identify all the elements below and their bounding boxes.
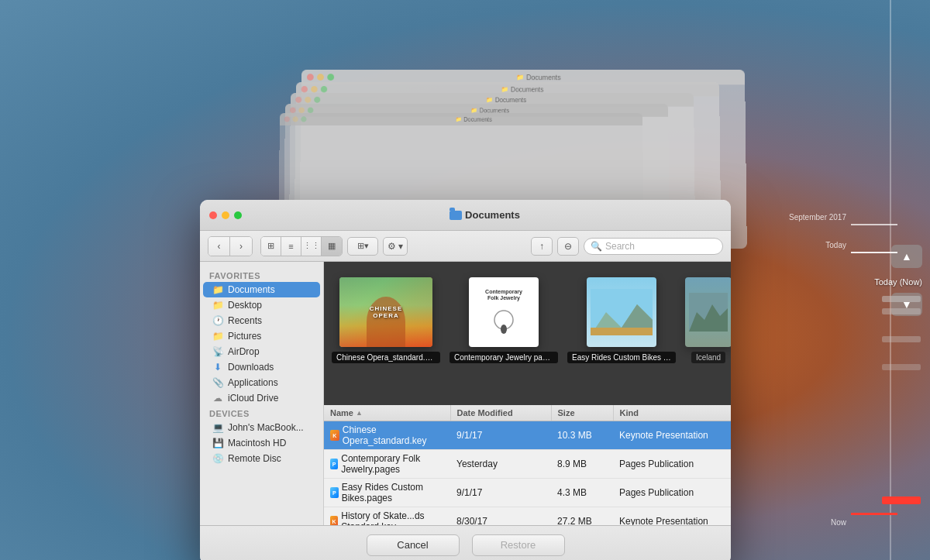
file-size: 27.2 MB bbox=[551, 513, 613, 525]
file-date: 8/30/17 bbox=[450, 513, 551, 525]
file-kind: Keynote Presentation bbox=[613, 513, 731, 525]
file-list-body: K Chinese Opera_standard.key 9/1/17 10.3… bbox=[324, 421, 731, 525]
back-button[interactable]: ‹ bbox=[208, 237, 230, 256]
stacked-win-title-1: 📁 Documents bbox=[516, 74, 561, 81]
table-row[interactable]: K History of Skate...ds Standard.key 8/3… bbox=[324, 507, 731, 525]
sidebar-item-documents[interactable]: 📁 Documents bbox=[203, 282, 320, 297]
file-kind: Keynote Presentation bbox=[613, 427, 731, 444]
sidebar-item-macintosh[interactable]: 💾 Macintosh HD bbox=[203, 435, 320, 451]
col-header-kind[interactable]: Kind bbox=[614, 405, 732, 421]
window-title: Documents bbox=[465, 209, 520, 221]
table-row[interactable]: P Easy Rides Custom Bikes.pages 9/1/17 4… bbox=[324, 479, 731, 507]
table-row[interactable]: P Contemporary Folk Jewelry.pages Yester… bbox=[324, 450, 731, 479]
file-date: Yesterday bbox=[450, 455, 551, 472]
tag-button[interactable]: ⊖ bbox=[557, 237, 579, 256]
sidebar-item-downloads[interactable]: ⬇ Downloads bbox=[203, 359, 320, 375]
sidebar-item-applications[interactable]: 📎 Applications bbox=[203, 375, 320, 390]
sidebar-favorites-label: Favorites bbox=[200, 268, 323, 282]
minimize-button[interactable] bbox=[222, 211, 229, 219]
file-size: 4.3 MB bbox=[551, 484, 613, 501]
svg-rect-5 bbox=[591, 328, 653, 335]
view-cover-button[interactable]: ▦ bbox=[322, 237, 342, 256]
file-name-cell: K History of Skate...ds Standard.key bbox=[324, 507, 450, 525]
timeline-today-marker bbox=[851, 252, 897, 253]
preview-item-opera[interactable]: CHINESE OPERA Chinese Opera_standard.key bbox=[332, 277, 440, 363]
file-size: 10.3 MB bbox=[551, 427, 613, 444]
sidebar-item-desktop[interactable]: 📁 Desktop bbox=[203, 297, 320, 313]
sort-arrow: ▲ bbox=[356, 409, 363, 417]
finder-footer: Cancel Restore bbox=[200, 525, 731, 560]
folder-icon: 📁 bbox=[212, 331, 223, 342]
nav-btn-group: ‹ › bbox=[208, 236, 253, 256]
file-date: 9/1/17 bbox=[450, 484, 551, 501]
airdrop-icon: 📡 bbox=[212, 346, 223, 357]
timeline-sep2017-text: September 2017 bbox=[789, 213, 846, 222]
folder-icon: 📁 bbox=[212, 284, 223, 295]
finder-titlebar: Documents bbox=[200, 200, 731, 231]
remote-icon: 💿 bbox=[212, 453, 223, 464]
file-name-cell: P Contemporary Folk Jewelry.pages bbox=[324, 450, 450, 478]
sidebar-label-pictures: Pictures bbox=[228, 331, 261, 342]
search-box[interactable]: 🔍 Search bbox=[584, 238, 723, 255]
preview-item-jewelry[interactable]: ContemporaryFolk Jewelry Contemporary Je… bbox=[450, 277, 558, 363]
view-column-button[interactable]: ⋮⋮ bbox=[301, 237, 322, 256]
sidebar-devices-label: Devices bbox=[200, 406, 323, 420]
preview-item-iceland[interactable]: Iceland bbox=[685, 277, 731, 363]
view-icon-button[interactable]: ⊞ bbox=[261, 237, 281, 256]
file-name: Easy Rides Custom Bikes.pages bbox=[342, 482, 444, 503]
maximize-button[interactable] bbox=[234, 211, 242, 219]
finder-toolbar: ‹ › ⊞ ≡ ⋮⋮ ▦ ⊞▾ ⚙ ▾ ↑ ⊖ 🔍 Search bbox=[200, 231, 731, 262]
file-name-cell: P Easy Rides Custom Bikes.pages bbox=[324, 479, 450, 507]
jewelry-label: Contemporary Jewelry pages bbox=[450, 352, 558, 363]
timeline-today2-text: Today bbox=[825, 241, 846, 249]
file-name: Chinese Opera_standard.key bbox=[343, 424, 444, 446]
keynote-icon: K bbox=[330, 430, 339, 441]
sidebar-label-icloud: iCloud Drive bbox=[228, 393, 278, 404]
close-button[interactable] bbox=[209, 211, 217, 219]
stacked-win-title-5: 📁 Documents bbox=[456, 116, 492, 122]
restore-button[interactable]: Restore bbox=[472, 534, 565, 556]
table-row[interactable]: K Chinese Opera_standard.key 9/1/17 10.3… bbox=[324, 421, 731, 450]
finder-preview-area: CHINESE OPERA Chinese Opera_standard.key bbox=[324, 262, 731, 405]
timeline-sep2017-marker bbox=[851, 224, 897, 225]
arrange-button[interactable]: ⊞▾ bbox=[347, 237, 378, 256]
sidebar-item-remote[interactable]: 💿 Remote Disc bbox=[203, 451, 320, 466]
timeline-up-button[interactable]: ▲ bbox=[891, 245, 922, 268]
svg-point-1 bbox=[501, 325, 507, 334]
sidebar-item-airdrop[interactable]: 📡 AirDrop bbox=[203, 344, 320, 359]
file-name: History of Skate...ds Standard.key bbox=[341, 510, 444, 525]
list-header: Name ▲ Date Modified Size Kind bbox=[324, 405, 731, 421]
applications-icon: 📎 bbox=[212, 377, 223, 388]
timeline-line bbox=[890, 0, 891, 560]
file-date: 9/1/17 bbox=[450, 427, 551, 444]
sidebar-label-desktop: Desktop bbox=[228, 300, 262, 311]
sidebar-item-recents[interactable]: 🕐 Recents bbox=[203, 313, 320, 328]
downloads-icon: ⬇ bbox=[212, 362, 223, 373]
macbook-icon: 💻 bbox=[212, 422, 223, 433]
timeline-today-label: Today (Now) bbox=[874, 277, 922, 287]
sidebar-label-airdrop: AirDrop bbox=[228, 346, 260, 357]
sidebar-label-documents: Documents bbox=[228, 284, 275, 295]
forward-button[interactable]: › bbox=[230, 237, 252, 256]
sidebar-item-icloud[interactable]: ☁ iCloud Drive bbox=[203, 390, 320, 406]
sidebar-item-macbook[interactable]: 💻 John's MacBook... bbox=[203, 420, 320, 435]
recents-icon: 🕐 bbox=[212, 315, 223, 326]
sidebar-label-recents: Recents bbox=[228, 315, 262, 326]
sidebar-label-remote: Remote Disc bbox=[228, 453, 281, 464]
preview-item-bikes[interactable]: Easy Rides Custom Bikes pages bbox=[567, 277, 676, 363]
cancel-button[interactable]: Cancel bbox=[367, 534, 460, 556]
view-list-button[interactable]: ≡ bbox=[281, 237, 301, 256]
icloud-icon: ☁ bbox=[212, 393, 223, 404]
col-header-size[interactable]: Size bbox=[552, 405, 614, 421]
col-header-date[interactable]: Date Modified bbox=[451, 405, 552, 421]
folder-icon bbox=[450, 211, 462, 220]
action-button[interactable]: ⚙ ▾ bbox=[383, 237, 408, 256]
sidebar-item-pictures[interactable]: 📁 Pictures bbox=[203, 328, 320, 344]
file-size: 8.9 MB bbox=[551, 455, 613, 472]
bikes-thumbnail bbox=[587, 277, 656, 347]
share-button[interactable]: ↑ bbox=[531, 237, 553, 256]
timeline-panel: ▲ Today (Now) ▼ September 2017 Today Now bbox=[806, 0, 930, 560]
sidebar-label-macbook: John's MacBook... bbox=[228, 422, 304, 433]
col-header-name[interactable]: Name ▲ bbox=[324, 405, 451, 421]
sidebar-label-applications: Applications bbox=[228, 377, 278, 388]
